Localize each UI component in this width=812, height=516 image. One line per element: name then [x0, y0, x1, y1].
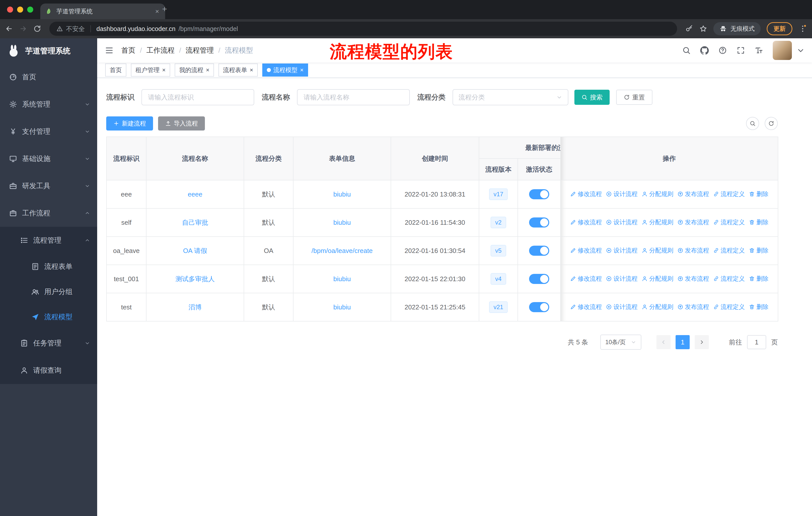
action-publish-link[interactable]: 发布流程	[677, 303, 709, 311]
action-delete-link[interactable]: 删除	[749, 218, 768, 226]
form-info-link[interactable]: biubiu	[333, 190, 351, 198]
action-edit-link[interactable]: 修改流程	[570, 275, 602, 283]
category-select[interactable]: 流程分类	[453, 89, 568, 105]
process-name-link[interactable]: 测试多审批人	[175, 275, 215, 283]
back-button[interactable]	[5, 25, 13, 33]
tag-item[interactable]: 流程模型×	[262, 63, 308, 77]
search-button[interactable]: 搜索	[574, 90, 610, 105]
sidebar-item-home[interactable]: 首页	[0, 63, 97, 91]
window-minimize-button[interactable]	[17, 6, 23, 12]
action-definition-link[interactable]: 流程定义	[713, 275, 745, 283]
breadcrumb-item[interactable]: 工作流程	[146, 46, 175, 55]
action-definition-link[interactable]: 流程定义	[713, 246, 745, 254]
tag-item[interactable]: 流程表单×	[219, 63, 258, 77]
next-page-button[interactable]	[695, 335, 709, 349]
action-assign-link[interactable]: 分配规则	[642, 190, 673, 198]
action-assign-link[interactable]: 分配规则	[642, 218, 673, 226]
process-name-link[interactable]: 自己审批	[182, 219, 208, 226]
new-tab-button[interactable]: +	[162, 4, 167, 14]
activation-toggle[interactable]	[529, 302, 549, 312]
form-info-link[interactable]: /bpm/oa/leave/create	[312, 247, 373, 254]
action-delete-link[interactable]: 删除	[749, 275, 768, 283]
tag-item[interactable]: 我的流程×	[175, 63, 214, 77]
close-icon[interactable]: ×	[250, 67, 253, 73]
action-definition-link[interactable]: 流程定义	[713, 303, 745, 311]
action-assign-link[interactable]: 分配规则	[642, 275, 673, 283]
sidebar-item-system[interactable]: 系统管理	[0, 91, 97, 118]
github-icon[interactable]	[700, 46, 709, 55]
action-publish-link[interactable]: 发布流程	[677, 246, 709, 254]
app-logo[interactable]: 芋道管理系统	[0, 38, 97, 63]
show-search-button[interactable]	[746, 117, 759, 130]
prev-page-button[interactable]	[657, 335, 671, 349]
refresh-table-button[interactable]	[765, 117, 778, 130]
action-design-link[interactable]: 设计流程	[606, 303, 638, 311]
bookmark-star-icon[interactable]	[699, 25, 707, 33]
password-key-icon[interactable]	[685, 25, 693, 33]
import-process-button[interactable]: 导入流程	[158, 116, 205, 131]
fullscreen-icon[interactable]	[736, 46, 745, 55]
global-search-icon[interactable]	[682, 46, 691, 55]
action-design-link[interactable]: 设计流程	[606, 275, 638, 283]
sidebar-item-process-manage[interactable]: 流程管理	[0, 227, 97, 254]
process-key-input[interactable]	[141, 89, 254, 105]
sidebar-item-task-manage[interactable]: 任务管理	[0, 330, 97, 357]
browser-tab[interactable]: 芋道管理系统 ×	[40, 3, 165, 19]
address-bar[interactable]: 不安全 dashboard.yudao.iocoder.cn/bpm/manag…	[49, 22, 677, 36]
sidebar-item-leave-query[interactable]: 请假查询	[0, 357, 97, 384]
action-publish-link[interactable]: 发布流程	[677, 275, 709, 283]
breadcrumb-item[interactable]: 首页	[121, 46, 136, 55]
sidebar-item-infrastructure[interactable]: 基础设施	[0, 145, 97, 172]
reload-button[interactable]	[33, 25, 41, 33]
close-icon[interactable]: ×	[206, 67, 209, 73]
action-definition-link[interactable]: 流程定义	[713, 218, 745, 226]
action-design-link[interactable]: 设计流程	[606, 246, 638, 254]
form-info-link[interactable]: biubiu	[333, 219, 351, 226]
reset-button[interactable]: 重置	[616, 90, 652, 105]
activation-toggle[interactable]	[529, 246, 549, 256]
tab-close-icon[interactable]: ×	[154, 7, 160, 16]
user-avatar[interactable]	[773, 41, 792, 60]
process-name-link[interactable]: 滔博	[188, 303, 202, 311]
action-publish-link[interactable]: 发布流程	[677, 190, 709, 198]
action-assign-link[interactable]: 分配规则	[642, 303, 673, 311]
sidebar-item-process-form[interactable]: 流程表单	[0, 254, 97, 279]
action-assign-link[interactable]: 分配规则	[642, 246, 673, 254]
help-icon[interactable]	[718, 46, 727, 55]
action-edit-link[interactable]: 修改流程	[570, 303, 602, 311]
sidebar-collapse-button[interactable]	[97, 46, 121, 55]
breadcrumb-item[interactable]: 流程管理	[186, 46, 214, 55]
window-close-button[interactable]	[7, 6, 13, 12]
action-edit-link[interactable]: 修改流程	[570, 190, 602, 198]
action-design-link[interactable]: 设计流程	[606, 190, 638, 198]
close-icon[interactable]: ×	[162, 67, 166, 73]
window-zoom-button[interactable]	[27, 6, 33, 12]
activation-toggle[interactable]	[529, 217, 549, 227]
process-name-input[interactable]	[297, 89, 410, 105]
close-icon[interactable]: ×	[300, 67, 303, 73]
sidebar-item-devtools[interactable]: 研发工具	[0, 172, 97, 199]
sidebar-item-workflow[interactable]: 工作流程	[0, 199, 97, 227]
tag-item[interactable]: 首页	[105, 63, 126, 77]
action-delete-link[interactable]: 删除	[749, 190, 768, 198]
process-name-link[interactable]: eeee	[188, 190, 202, 198]
create-process-button[interactable]: 新建流程	[106, 116, 153, 131]
action-publish-link[interactable]: 发布流程	[677, 218, 709, 226]
activation-toggle[interactable]	[529, 274, 549, 284]
update-button[interactable]: 更新	[767, 22, 792, 35]
process-name-link[interactable]: OA 请假	[183, 247, 207, 254]
action-edit-link[interactable]: 修改流程	[570, 218, 602, 226]
goto-page-input[interactable]	[747, 335, 766, 349]
page-number-button[interactable]: 1	[675, 335, 690, 349]
action-delete-link[interactable]: 删除	[749, 246, 768, 254]
action-definition-link[interactable]: 流程定义	[713, 190, 745, 198]
forward-button[interactable]	[19, 25, 27, 33]
sidebar-item-process-model[interactable]: 流程模型	[0, 304, 97, 330]
browser-menu-icon[interactable]	[799, 24, 807, 33]
form-info-link[interactable]: biubiu	[333, 303, 351, 311]
action-design-link[interactable]: 设计流程	[606, 218, 638, 226]
action-delete-link[interactable]: 删除	[749, 303, 768, 311]
font-size-icon[interactable]	[755, 46, 763, 55]
form-info-link[interactable]: biubiu	[333, 275, 351, 283]
activation-toggle[interactable]	[529, 189, 549, 199]
